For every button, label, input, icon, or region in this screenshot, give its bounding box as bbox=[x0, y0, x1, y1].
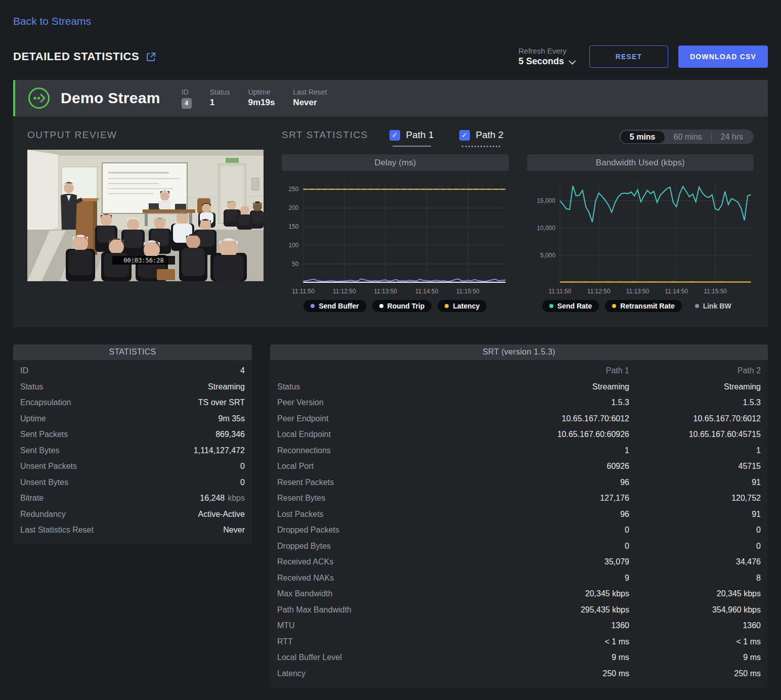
delay-chart-title: Delay (ms) bbox=[282, 154, 509, 171]
time-range-control: 5 mins 60 mins 24 hrs bbox=[619, 129, 754, 144]
svg-text:50: 50 bbox=[292, 260, 299, 268]
row-label: Received ACKs bbox=[277, 557, 483, 566]
table-row: RedundancyActive-Active bbox=[20, 506, 245, 522]
row-label: Status bbox=[277, 382, 483, 391]
delay-chart: 5010015020025011:11:5011:12:5011:13:5011… bbox=[282, 174, 509, 298]
svg-text:10,000: 10,000 bbox=[537, 225, 555, 232]
statistics-table-title: STATISTICS bbox=[13, 344, 252, 360]
table-row: Sent Bytes1,114,127,472 bbox=[20, 443, 245, 459]
srt-column-headers: Path 1Path 2 bbox=[277, 363, 761, 379]
range-5-mins[interactable]: 5 mins bbox=[621, 131, 665, 143]
row-label: Dropped Bytes bbox=[277, 542, 483, 551]
output-review-title: OUTPUT REVIEW bbox=[27, 129, 264, 141]
path2-value: 8 bbox=[629, 574, 761, 583]
path1-value: < 1 ms bbox=[483, 637, 629, 646]
legend-item[interactable]: Link BW bbox=[688, 300, 739, 312]
legend-item[interactable]: Retransmit Rate bbox=[605, 300, 681, 312]
srt-table: SRT (version 1.5.3) Path 1Path 2StatusSt… bbox=[270, 344, 768, 688]
path2-value: 250 ms bbox=[629, 669, 761, 678]
download-csv-button[interactable]: DOWNLOAD CSV bbox=[678, 46, 768, 68]
path2-value: 10.65.167.60:45715 bbox=[629, 430, 761, 439]
svg-text:15,000: 15,000 bbox=[537, 197, 555, 204]
output-video-preview: 00:03:56:28 bbox=[27, 150, 264, 281]
srt-statistics-title: SRT STATISTICS bbox=[282, 129, 368, 141]
table-row: Local Endpoint10.65.167.60:6092610.65.16… bbox=[277, 427, 761, 443]
table-row: Resent Packets9691 bbox=[277, 474, 761, 491]
path2-checkbox[interactable]: ✓ Path 2 bbox=[459, 129, 504, 147]
svg-text:11:15:50: 11:15:50 bbox=[704, 288, 727, 295]
path2-value: 91 bbox=[629, 510, 761, 519]
table-row: ID4 bbox=[20, 363, 245, 379]
svg-text:11:11:50: 11:11:50 bbox=[548, 288, 571, 295]
row-label: Latency bbox=[277, 669, 483, 678]
back-to-streams-link[interactable]: Back to Streams bbox=[13, 15, 91, 27]
checkbox-checked-icon: ✓ bbox=[389, 130, 400, 141]
row-label: Encapsulation bbox=[20, 398, 71, 407]
path2-value: 34,476 bbox=[629, 557, 761, 566]
svg-text:11:12:50: 11:12:50 bbox=[587, 288, 610, 295]
path1-value: 1360 bbox=[483, 621, 629, 630]
row-value: 16,248kbps bbox=[200, 494, 245, 503]
table-row: Path Max Bandwidth295,435 kbps354,960 kb… bbox=[277, 602, 761, 618]
bandwidth-chart: 5,00010,00015,00011:11:5011:12:5011:13:5… bbox=[527, 174, 754, 298]
row-label: Unsent Packets bbox=[20, 462, 77, 471]
path1-value: 0 bbox=[483, 526, 629, 535]
path2-value: 20,345 kbps bbox=[629, 589, 761, 598]
bandwidth-chart-panel: Bandwidth Used (kbps) 5,00010,00015,0001… bbox=[527, 154, 754, 312]
external-link-icon[interactable] bbox=[146, 52, 156, 62]
row-label: Redundancy bbox=[20, 510, 66, 519]
path2-value: 1 bbox=[629, 446, 761, 455]
table-row: Max Bandwidth20,345 kbps20,345 kbps bbox=[277, 586, 761, 602]
table-row: Local Port6092645715 bbox=[277, 459, 761, 475]
svg-text:11:13:50: 11:13:50 bbox=[626, 288, 649, 295]
legend-label: Send Rate bbox=[557, 302, 592, 310]
row-label: Peer Endpoint bbox=[277, 414, 483, 423]
stream-id: ID 4 bbox=[182, 88, 192, 109]
legend-dot-icon bbox=[379, 304, 383, 308]
path1-checkbox[interactable]: ✓ Path 1 bbox=[389, 129, 434, 147]
table-row: EncapsulationTS over SRT bbox=[20, 395, 245, 411]
row-label: ID bbox=[20, 366, 28, 375]
legend-dot-icon bbox=[695, 304, 699, 308]
legend-item[interactable]: Round Trip bbox=[372, 300, 432, 312]
legend-dot-icon bbox=[445, 304, 449, 308]
path2-value: 45715 bbox=[629, 462, 761, 471]
svg-text:11:12:50: 11:12:50 bbox=[333, 288, 356, 295]
table-row: Local Buffer Level9 ms9 ms bbox=[277, 650, 761, 666]
path2-value: < 1 ms bbox=[629, 637, 761, 646]
page-header: DETAILED STATISTICS Refresh Every 5 Seco… bbox=[13, 46, 768, 68]
row-label: Received NAKs bbox=[277, 574, 483, 583]
row-label: Status bbox=[20, 382, 43, 391]
row-label: Path Max Bandwidth bbox=[277, 605, 483, 615]
row-label: Resent Packets bbox=[277, 478, 483, 487]
stream-id-badge: 4 bbox=[182, 98, 192, 109]
path2-column-header: Path 2 bbox=[629, 366, 761, 375]
row-label: Lost Packets bbox=[277, 510, 483, 519]
delay-chart-panel: Delay (ms) 5010015020025011:11:5011:12:5… bbox=[282, 154, 509, 312]
reset-button[interactable]: RESET bbox=[589, 46, 668, 68]
legend-dot-icon bbox=[311, 304, 315, 308]
chevron-down-icon bbox=[569, 57, 576, 64]
row-label: Unsent Bytes bbox=[20, 478, 68, 487]
row-label: Local Port bbox=[277, 462, 483, 471]
table-row: Lost Packets9691 bbox=[277, 506, 761, 522]
path2-value: 0 bbox=[629, 542, 761, 551]
path2-value: Streaming bbox=[629, 382, 761, 391]
range-60-mins[interactable]: 60 mins bbox=[665, 131, 711, 143]
svg-text:100: 100 bbox=[288, 242, 298, 249]
range-24-hrs[interactable]: 24 hrs bbox=[712, 131, 752, 143]
legend-item[interactable]: Latency bbox=[438, 300, 487, 312]
path2-value: 0 bbox=[629, 526, 761, 535]
legend-item[interactable]: Send Rate bbox=[542, 300, 599, 312]
refresh-every-dropdown[interactable]: Refresh Every 5 Seconds bbox=[518, 47, 574, 67]
path1-value: 1 bbox=[483, 446, 629, 455]
row-label: Max Bandwidth bbox=[277, 589, 483, 598]
svg-text:11:15:50: 11:15:50 bbox=[456, 288, 480, 295]
legend-item[interactable]: Send Buffer bbox=[303, 300, 366, 312]
table-row: Received ACKs35,07934,476 bbox=[277, 554, 761, 571]
row-value: Streaming bbox=[208, 382, 245, 391]
table-row: MTU13601360 bbox=[277, 618, 761, 634]
bandwidth-chart-title: Bandwidth Used (kbps) bbox=[527, 154, 754, 171]
path1-value: 60926 bbox=[483, 462, 629, 471]
path2-value: 91 bbox=[629, 478, 761, 487]
